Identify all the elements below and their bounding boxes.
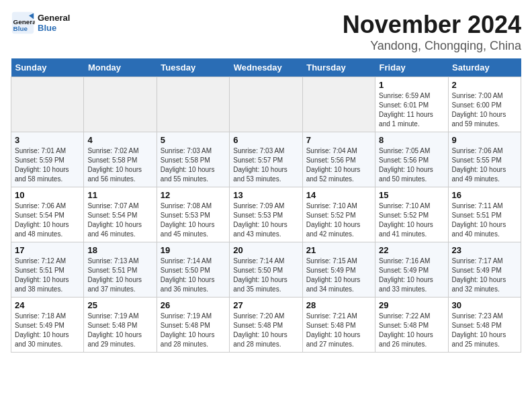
column-header-friday: Friday [375,58,448,77]
day-info: Sunrise: 7:14 AM Sunset: 5:50 PM Dayligh… [161,257,226,294]
day-cell: 29Sunrise: 7:22 AM Sunset: 5:48 PM Dayli… [375,298,448,353]
day-number: 12 [161,190,226,200]
day-number: 30 [452,300,517,310]
day-cell: 30Sunrise: 7:23 AM Sunset: 5:48 PM Dayli… [448,298,521,353]
day-info: Sunrise: 7:17 AM Sunset: 5:49 PM Dayligh… [452,257,517,294]
day-info: Sunrise: 7:03 AM Sunset: 5:58 PM Dayligh… [161,146,226,184]
column-header-wednesday: Wednesday [230,58,302,77]
logo: General Blue General Blue [11,11,70,35]
day-info: Sunrise: 7:20 AM Sunset: 5:48 PM Dayligh… [233,312,298,349]
day-info: Sunrise: 7:11 AM Sunset: 5:51 PM Dayligh… [452,201,517,239]
day-number: 27 [233,300,298,310]
day-info: Sunrise: 7:23 AM Sunset: 5:48 PM Dayligh… [452,312,517,349]
day-number: 22 [379,245,444,255]
day-info: Sunrise: 7:18 AM Sunset: 5:49 PM Dayligh… [15,312,80,349]
day-info: Sunrise: 7:16 AM Sunset: 5:49 PM Dayligh… [379,257,444,294]
day-info: Sunrise: 7:00 AM Sunset: 6:00 PM Dayligh… [452,91,517,129]
day-info: Sunrise: 7:10 AM Sunset: 5:52 PM Dayligh… [379,201,444,239]
day-cell: 9Sunrise: 7:06 AM Sunset: 5:55 PM Daylig… [448,132,521,187]
day-cell: 16Sunrise: 7:11 AM Sunset: 5:51 PM Dayli… [448,187,521,242]
logo-icon: General Blue [11,11,35,35]
day-cell: 19Sunrise: 7:14 AM Sunset: 5:50 PM Dayli… [157,242,229,298]
day-info: Sunrise: 7:13 AM Sunset: 5:51 PM Dayligh… [87,257,152,294]
day-cell: 7Sunrise: 7:04 AM Sunset: 5:56 PM Daylig… [302,132,375,187]
day-cell: 12Sunrise: 7:08 AM Sunset: 5:53 PM Dayli… [157,187,229,242]
day-info: Sunrise: 7:07 AM Sunset: 5:54 PM Dayligh… [87,201,152,239]
day-number: 1 [379,80,444,90]
day-cell: 5Sunrise: 7:03 AM Sunset: 5:58 PM Daylig… [157,132,229,187]
day-cell: 4Sunrise: 7:02 AM Sunset: 5:58 PM Daylig… [84,132,157,187]
day-info: Sunrise: 7:15 AM Sunset: 5:49 PM Dayligh… [306,257,371,294]
day-number: 13 [233,190,298,200]
day-number: 18 [87,245,152,255]
day-number: 24 [15,300,80,310]
day-cell: 17Sunrise: 7:12 AM Sunset: 5:51 PM Dayli… [11,242,84,298]
day-info: Sunrise: 7:06 AM Sunset: 5:54 PM Dayligh… [15,201,80,239]
day-cell: 13Sunrise: 7:09 AM Sunset: 5:53 PM Dayli… [230,187,302,242]
svg-text:Blue: Blue [13,25,28,32]
day-info: Sunrise: 7:12 AM Sunset: 5:51 PM Dayligh… [15,257,80,294]
day-number: 23 [452,245,517,255]
week-row-3: 17Sunrise: 7:12 AM Sunset: 5:51 PM Dayli… [11,242,521,298]
day-number: 17 [15,245,80,255]
day-cell: 14Sunrise: 7:10 AM Sunset: 5:52 PM Dayli… [302,187,375,242]
page-header: General Blue General Blue November 2024 … [11,11,521,53]
day-cell: 6Sunrise: 7:03 AM Sunset: 5:57 PM Daylig… [230,132,302,187]
day-number: 10 [15,190,80,200]
day-info: Sunrise: 7:04 AM Sunset: 5:56 PM Dayligh… [306,146,371,184]
logo-line1: General [38,13,70,23]
day-cell: 22Sunrise: 7:16 AM Sunset: 5:49 PM Dayli… [375,242,448,298]
day-cell [230,77,302,132]
day-info: Sunrise: 7:08 AM Sunset: 5:53 PM Dayligh… [161,201,226,239]
day-number: 26 [161,300,226,310]
day-cell [302,77,375,132]
week-row-0: 1Sunrise: 6:59 AM Sunset: 6:01 PM Daylig… [11,77,521,132]
location-title: Yandong, Chongqing, China [343,39,521,53]
week-row-2: 10Sunrise: 7:06 AM Sunset: 5:54 PM Dayli… [11,187,521,242]
day-cell: 11Sunrise: 7:07 AM Sunset: 5:54 PM Dayli… [84,187,157,242]
day-number: 19 [161,245,226,255]
day-cell: 3Sunrise: 7:01 AM Sunset: 5:59 PM Daylig… [11,132,84,187]
day-number: 20 [233,245,298,255]
calendar-header-row: SundayMondayTuesdayWednesdayThursdayFrid… [11,58,521,77]
column-header-monday: Monday [84,58,157,77]
day-cell: 8Sunrise: 7:05 AM Sunset: 5:56 PM Daylig… [375,132,448,187]
day-number: 6 [233,135,298,145]
day-number: 14 [306,190,371,200]
day-info: Sunrise: 7:01 AM Sunset: 5:59 PM Dayligh… [15,146,80,184]
day-number: 28 [306,300,371,310]
day-info: Sunrise: 7:19 AM Sunset: 5:48 PM Dayligh… [87,312,152,349]
column-header-thursday: Thursday [302,58,375,77]
day-cell: 2Sunrise: 7:00 AM Sunset: 6:00 PM Daylig… [448,77,521,132]
day-info: Sunrise: 7:05 AM Sunset: 5:56 PM Dayligh… [379,146,444,184]
week-row-4: 24Sunrise: 7:18 AM Sunset: 5:49 PM Dayli… [11,298,521,353]
day-info: Sunrise: 6:59 AM Sunset: 6:01 PM Dayligh… [379,91,444,129]
day-cell: 15Sunrise: 7:10 AM Sunset: 5:52 PM Dayli… [375,187,448,242]
day-info: Sunrise: 7:02 AM Sunset: 5:58 PM Dayligh… [87,146,152,184]
day-info: Sunrise: 7:21 AM Sunset: 5:48 PM Dayligh… [306,312,371,349]
day-info: Sunrise: 7:03 AM Sunset: 5:57 PM Dayligh… [233,146,298,184]
day-cell [84,77,157,132]
month-title: November 2024 [343,11,521,39]
day-cell: 1Sunrise: 6:59 AM Sunset: 6:01 PM Daylig… [375,77,448,132]
day-cell: 27Sunrise: 7:20 AM Sunset: 5:48 PM Dayli… [230,298,302,353]
day-number: 3 [15,135,80,145]
calendar-table: SundayMondayTuesdayWednesdayThursdayFrid… [11,58,521,353]
day-info: Sunrise: 7:22 AM Sunset: 5:48 PM Dayligh… [379,312,444,349]
day-number: 11 [87,190,152,200]
column-header-tuesday: Tuesday [157,58,229,77]
title-section: November 2024 Yandong, Chongqing, China [343,11,521,53]
day-number: 9 [452,135,517,145]
day-number: 4 [87,135,152,145]
day-info: Sunrise: 7:14 AM Sunset: 5:50 PM Dayligh… [233,257,298,294]
day-cell: 24Sunrise: 7:18 AM Sunset: 5:49 PM Dayli… [11,298,84,353]
day-number: 5 [161,135,226,145]
day-cell: 23Sunrise: 7:17 AM Sunset: 5:49 PM Dayli… [448,242,521,298]
day-number: 29 [379,300,444,310]
day-number: 8 [379,135,444,145]
day-cell [157,77,229,132]
day-number: 15 [379,190,444,200]
day-cell: 21Sunrise: 7:15 AM Sunset: 5:49 PM Dayli… [302,242,375,298]
day-cell: 25Sunrise: 7:19 AM Sunset: 5:48 PM Dayli… [84,298,157,353]
day-info: Sunrise: 7:06 AM Sunset: 5:55 PM Dayligh… [452,146,517,184]
